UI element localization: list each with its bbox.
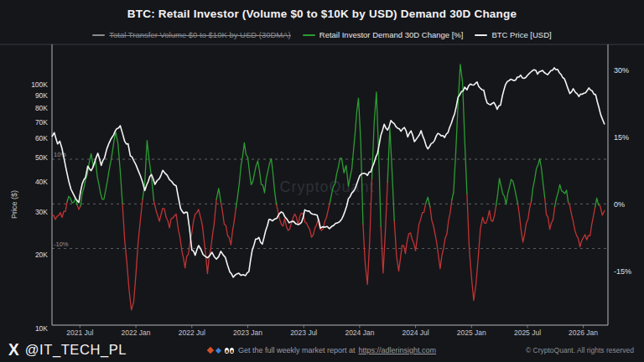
svg-text:-10%: -10% xyxy=(54,240,69,248)
svg-text:15%: 15% xyxy=(614,133,629,142)
footer: X @IT_TECH_PL Get the full weekly market… xyxy=(0,335,644,362)
chart-canvas[interactable]: 10%-10%2021 Jul2022 Jan2022 Jul2023 Jan2… xyxy=(0,0,644,362)
svg-text:90K: 90K xyxy=(35,91,48,100)
x-twitter-logo-icon: X xyxy=(8,342,19,359)
svg-text:60K: 60K xyxy=(35,134,48,142)
promo-text: Get the full weekly market report at xyxy=(238,346,356,354)
svg-text:20K: 20K xyxy=(35,251,48,259)
svg-text:100K: 100K xyxy=(31,80,48,89)
copyright: © CryptoQuant. All rights reserved xyxy=(526,346,634,354)
chart-window: BTC: Retail Investor (Volume $0 to $10K … xyxy=(0,0,644,362)
diamond-blue-icon xyxy=(216,347,221,353)
diamond-orange-icon xyxy=(207,347,214,354)
svg-text:10K: 10K xyxy=(35,324,48,333)
eyes-icon xyxy=(225,348,234,354)
svg-text:0%: 0% xyxy=(614,200,625,209)
svg-text:80K: 80K xyxy=(35,104,48,112)
svg-text:CryptoQuant: CryptoQuant xyxy=(279,178,374,195)
svg-text:Price ($): Price ($) xyxy=(10,190,18,219)
promo-line: Get the full weekly market report at htt… xyxy=(208,346,436,354)
svg-text:50K: 50K xyxy=(35,153,48,162)
svg-text:10%: 10% xyxy=(54,151,66,158)
promo-link[interactable]: https://adlerinsight.com xyxy=(359,346,437,354)
svg-text:-15%: -15% xyxy=(614,267,631,276)
svg-text:40K: 40K xyxy=(35,178,48,186)
svg-text:70K: 70K xyxy=(35,118,48,127)
author-handle: @IT_TECH_PL xyxy=(25,342,127,358)
author-handle-block: X @IT_TECH_PL xyxy=(8,342,127,358)
svg-text:30%: 30% xyxy=(614,66,629,75)
svg-text:30K: 30K xyxy=(35,208,48,216)
